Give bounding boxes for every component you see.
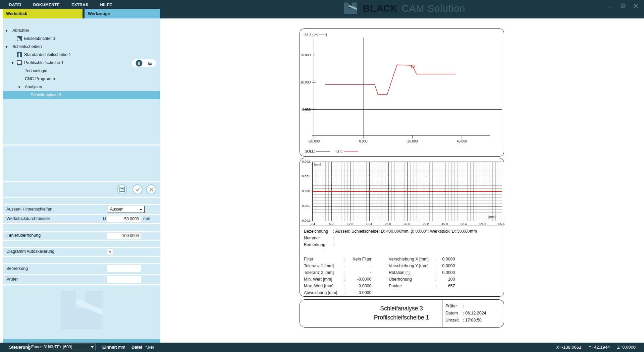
chart-tick-label: SOLL: <box>305 149 315 153</box>
diameter-unit: mm <box>143 215 150 222</box>
param-row: Min. Wert [mm]:-0.0000 <box>304 276 371 283</box>
controller-select[interactable]: Fanuc 31i/0i-TF+ (600) <box>29 344 96 350</box>
param-label: Überhöhung <box>389 276 434 283</box>
coord-z: Z=0.0000 <box>617 345 636 350</box>
divider <box>3 263 160 264</box>
nummer-row: Nummer: <box>304 235 477 241</box>
grinding-type-select[interactable]: Aussen <box>108 206 145 213</box>
chart-tick-label: 0.000 <box>302 108 311 112</box>
chevron-down-icon[interactable]: ▼ <box>18 85 21 89</box>
param-row: Verschiebung Y [mm]:0.0000 <box>389 262 455 269</box>
uhrzeit-value: 17:08:58 <box>465 318 482 322</box>
param-label: Min. Wert [mm] <box>304 276 343 283</box>
tree-item-schleifanalyse-3[interactable]: Schleifanalyse 3 <box>3 91 160 99</box>
pause-icon[interactable] <box>136 60 143 67</box>
workpiece-diameter-label: Werkstückdurchmesser <box>6 215 50 222</box>
cancel-button[interactable] <box>146 184 156 194</box>
param-label: Rotation [°] <box>389 269 434 276</box>
einheit-value: mm <box>118 343 125 352</box>
chart-tick-label: 10.000 <box>300 80 311 84</box>
inspector-input[interactable] <box>107 276 141 283</box>
tree-item-analysen[interactable]: ▼ Analysen <box>3 83 160 91</box>
divider <box>3 181 160 182</box>
standard-wheel-icon <box>17 52 22 57</box>
menu-hilfe[interactable]: HILFE <box>100 3 112 7</box>
list-icon[interactable] <box>147 61 152 66</box>
title-block-meta: Prüfer: Datum: 06.12.2024 Uhrzeit: 17:08… <box>445 303 486 324</box>
chevron-down-icon[interactable]: ▼ <box>5 45 8 49</box>
param-value: - <box>344 269 371 276</box>
param-value: Kein Filter <box>344 256 371 262</box>
param-row: Toleranz 2 [mm]:- <box>304 269 371 276</box>
chevron-down-icon <box>140 209 142 211</box>
tree-item-abrichter[interactable]: ▼ Abrichter <box>3 27 160 35</box>
param-value: 0.0000 <box>435 269 455 276</box>
chevron-down-icon[interactable]: ▼ <box>5 29 8 33</box>
dev-x-tick-label: 52.4 <box>457 222 470 226</box>
sidebar-bottom-strip <box>3 339 160 343</box>
tab-werkzeuge[interactable]: Werkzeuge <box>85 9 160 18</box>
bezeichnung-row: Bezeichnung: Aussen; Schleifscheibe: D: … <box>304 228 477 235</box>
menu-extras[interactable]: EXTRAS <box>71 3 88 7</box>
brand-logo-icon <box>344 2 357 15</box>
datum-label: Datum <box>445 310 463 317</box>
tab-werkstueck[interactable]: Werkstück <box>3 9 83 18</box>
machine-coordinates: X=-138.0661 Y=42.1944 Z=0.0000 <box>550 343 636 352</box>
workpiece-diameter-input[interactable] <box>107 216 141 222</box>
menu-dokumente[interactable]: DOKUMENTE <box>33 3 60 7</box>
dev-x-tick-label: 19.4 <box>362 222 376 226</box>
autoscale-checkbox[interactable]: × <box>107 249 113 254</box>
dresser-icon <box>17 36 22 41</box>
bezeichnung-label: Bezeichnung <box>304 228 330 235</box>
grinding-type-value: Aussen <box>110 207 123 212</box>
divider <box>3 240 160 241</box>
dev-x-tick-label: 12.8 <box>343 222 357 226</box>
nummer-value: : <box>333 236 334 240</box>
tree-item-cnc-programm[interactable]: CNC-Programm <box>3 75 160 83</box>
error-exaggeration-input[interactable] <box>107 233 141 239</box>
tree-item-technologie[interactable]: Technologie <box>3 67 160 75</box>
dev-y-tick-label: -0.001 <box>301 204 310 208</box>
analysis-subtitle: Profilschleifscheibe 1 <box>361 313 442 322</box>
inspector-label: Prüfer <box>6 276 18 283</box>
bemerkung-label: Bemerkung <box>304 241 330 248</box>
chevron-down-icon[interactable]: ▼ <box>11 61 14 65</box>
dev-y-tick-label: 0.002 <box>302 160 310 163</box>
minimize-icon[interactable] <box>606 2 614 9</box>
deviation-chart-grid <box>312 162 502 221</box>
restore-icon[interactable] <box>619 2 627 9</box>
analysis-panel: 0.0020.0010.000-0.001-0.002 -0.46.212.81… <box>300 158 504 297</box>
chart-tick-label: 40.000 <box>457 139 467 143</box>
tree-item-einzelabrichter[interactable]: Einzelabrichter 1 <box>3 35 160 43</box>
close-icon[interactable] <box>632 2 639 9</box>
main-area: 0.00010.00020.000-20.0000.00020.00040.00… <box>160 18 644 343</box>
datei-label: Datei <box>131 343 142 352</box>
calculate-button[interactable] <box>117 184 127 194</box>
einheit-label: Einheit <box>102 343 117 352</box>
divider <box>3 197 160 198</box>
param-row: Filter:Kein Filter <box>304 256 371 262</box>
dev-x-tick-label: 26.0 <box>381 222 395 226</box>
grinding-type-label: Aussen- / Innenschleifen <box>6 206 52 213</box>
error-exaggeration-label: Fehlerüberhöhung <box>6 232 41 239</box>
tree-item-standardschleifscheibe[interactable]: Standardschleifscheibe 1 <box>3 51 160 59</box>
divider <box>3 274 160 275</box>
divider <box>3 256 160 257</box>
chevron-down-icon <box>91 346 94 348</box>
controller-value: Fanuc 31i/0i-TF+ (600) <box>31 345 72 349</box>
analysis-description: Bezeichnung: Aussen; Schleifscheibe: D: … <box>304 228 477 248</box>
menu-datei[interactable]: DATEI <box>9 3 21 7</box>
divider <box>3 284 160 285</box>
uhrzeit-label: Uhrzeit <box>445 317 463 324</box>
divider <box>442 300 442 327</box>
param-row: Punkte:657 <box>389 283 455 289</box>
chart-tick-label: 0.000 <box>359 139 367 143</box>
deviation-y-axis: 0.0020.0010.000-0.001-0.002 <box>300 162 311 221</box>
pruefer-label: Prüfer <box>445 303 463 310</box>
remark-input[interactable] <box>107 265 141 272</box>
param-label: Verschiebung Y [mm] <box>389 262 434 269</box>
param-value: -0.0000 <box>344 276 371 283</box>
tree-item-schleifscheiben[interactable]: ▼ Schleifscheiben <box>3 43 160 51</box>
apply-button[interactable] <box>132 184 143 194</box>
chart-tick-label: 20.000 <box>408 139 418 143</box>
